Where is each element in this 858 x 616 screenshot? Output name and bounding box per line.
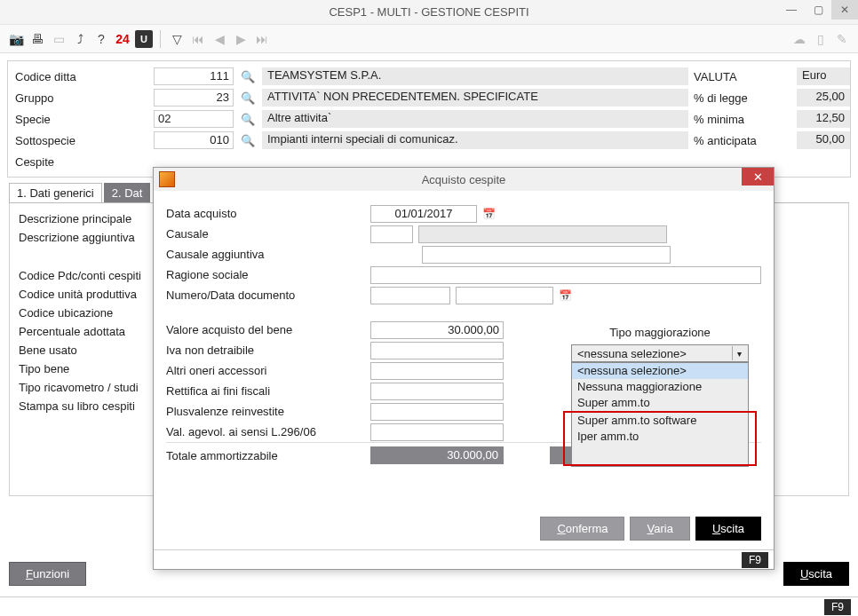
- causale-code-field[interactable]: [370, 225, 413, 243]
- iva-field[interactable]: [370, 342, 504, 359]
- filter-icon[interactable]: ▽: [168, 30, 186, 48]
- sottospecie-label: Sottospecie: [15, 134, 148, 147]
- conferma-button[interactable]: Conferma: [540, 517, 624, 541]
- pct-min-value: 12,50: [797, 110, 850, 128]
- funzioni-label: unzioni: [33, 567, 69, 580]
- f9-badge-modal: F9: [742, 552, 768, 568]
- last-icon[interactable]: ⏭: [253, 30, 271, 48]
- codice-ditta-label: Codice ditta: [15, 70, 148, 83]
- pct-ant-label: % anticipata: [694, 134, 791, 147]
- tab-dati-generici[interactable]: 1. Dati generici: [9, 183, 102, 202]
- modal-button-bar: Conferma Varia Uscita: [154, 508, 774, 549]
- next-icon[interactable]: ▶: [232, 30, 250, 48]
- plusvalenze-label: Plusvalenze reinvestite: [166, 405, 370, 418]
- gruppo-search-icon[interactable]: 🔍: [239, 91, 257, 105]
- causale-label: Causale: [166, 227, 370, 241]
- maximize-button[interactable]: ▢: [805, 0, 831, 20]
- tab-dati-2[interactable]: 2. Dat: [104, 183, 151, 202]
- cespite-label: Cespite: [15, 155, 148, 169]
- minimize-button[interactable]: —: [778, 0, 805, 20]
- rettifica-field[interactable]: [370, 383, 504, 400]
- uscita-button-main[interactable]: Uscita: [783, 562, 849, 586]
- iva-label: Iva non detraibile: [166, 344, 370, 357]
- specie-search-icon[interactable]: 🔍: [239, 113, 257, 126]
- sottospecie-search-icon[interactable]: 🔍: [239, 134, 257, 147]
- folder-icon[interactable]: ▭: [50, 30, 68, 48]
- gruppo-desc: ATTIVITA` NON PRECEDENTEMEN. SPECIFICATE: [262, 89, 688, 107]
- dd-opt-super-ammto-sw[interactable]: Super amm.to software: [572, 413, 748, 429]
- conferma-label: onferma: [566, 522, 608, 535]
- specie-label: Specie: [15, 113, 148, 126]
- tipo-magg-selected: <nessuna selezione>: [577, 347, 687, 360]
- undo-icon[interactable]: U: [135, 30, 153, 48]
- data-doc-field[interactable]: [456, 287, 553, 304]
- valuta-value: Euro: [797, 67, 850, 85]
- window-title: CESP1 - MULTI - GESTIONE CESPITI: [0, 5, 858, 19]
- dd-opt-nessuna-selezione[interactable]: <nessuna selezione>: [572, 363, 748, 379]
- header-panel: Codice ditta 111 🔍 TEAMSYSTEM S.P.A. VAL…: [7, 60, 851, 178]
- numero-doc-field[interactable]: [370, 287, 450, 304]
- upload-icon[interactable]: ⤴: [71, 30, 89, 48]
- tipo-magg-combo[interactable]: <nessuna selezione> ▾: [571, 344, 749, 362]
- app24-icon[interactable]: 24: [114, 30, 131, 48]
- uscita-button[interactable]: Uscita: [695, 517, 761, 541]
- ragione-sociale-field[interactable]: [370, 266, 761, 284]
- page-icon[interactable]: ▯: [812, 30, 830, 48]
- codice-ditta-desc: TEAMSYSTEM S.P.A.: [262, 67, 688, 85]
- varia-button[interactable]: Varia: [630, 517, 689, 541]
- close-button[interactable]: ✕: [831, 0, 858, 20]
- print-icon[interactable]: 🖶: [28, 30, 46, 48]
- gruppo-label: Gruppo: [15, 91, 148, 105]
- causale-agg-field[interactable]: [422, 246, 671, 264]
- pct-ant-value: 50,00: [797, 131, 850, 149]
- specie-value[interactable]: 02: [154, 110, 234, 128]
- oneri-label: Altri oneri accessori: [166, 364, 370, 377]
- dd-opt-nessuna-magg[interactable]: Nessuna maggiorazione: [572, 379, 748, 395]
- pct-legge-value: 25,00: [797, 89, 850, 107]
- val-agev-field[interactable]: [370, 423, 504, 441]
- codice-ditta-value[interactable]: 111: [154, 67, 234, 85]
- codice-ditta-search-icon[interactable]: 🔍: [239, 70, 257, 83]
- tipo-magg-block: Tipo maggiorazione <nessuna selezione> ▾…: [571, 326, 749, 467]
- camera-icon[interactable]: 📷: [7, 30, 25, 48]
- edit-icon[interactable]: ✎: [833, 30, 851, 48]
- data-acquisto-field[interactable]: 01/01/2017: [370, 205, 477, 223]
- calendar-icon-2[interactable]: 📅: [559, 289, 572, 302]
- pct-min-label: % minima: [694, 113, 791, 126]
- main-titlebar: CESP1 - MULTI - GESTIONE CESPITI — ▢ ✕: [0, 0, 858, 25]
- funzioni-button[interactable]: Funzioni: [9, 562, 86, 586]
- causale-agg-label: Causale aggiuntiva: [166, 248, 370, 261]
- f9-badge-main: F9: [824, 599, 851, 615]
- dd-opt-super-ammto[interactable]: Super amm.to: [572, 395, 748, 411]
- pct-legge-label: % di legge: [694, 91, 791, 105]
- uscita-label-main: scita: [808, 567, 832, 580]
- help-icon[interactable]: ?: [92, 30, 110, 48]
- chevron-down-icon: ▾: [732, 346, 746, 360]
- plusvalenze-field[interactable]: [370, 403, 504, 421]
- uscita-label: scita: [720, 522, 744, 535]
- calendar-icon[interactable]: 📅: [482, 208, 496, 220]
- ragione-sociale-label: Ragione sociale: [166, 268, 370, 281]
- sottospecie-value[interactable]: 010: [154, 131, 234, 149]
- valore-acq-label: Valore acquisto del bene: [166, 323, 370, 336]
- tipo-magg-label: Tipo maggiorazione: [571, 326, 749, 339]
- gruppo-value[interactable]: 23: [154, 89, 234, 107]
- val-agev-label: Val. agevol. ai sensi L.296/06: [166, 425, 370, 438]
- prev-icon[interactable]: ◀: [211, 30, 228, 48]
- valore-acq-field[interactable]: 30.000,00: [370, 321, 504, 339]
- dd-opt-iper-ammto[interactable]: Iper amm.to: [572, 429, 748, 445]
- oneri-field[interactable]: [370, 362, 504, 380]
- modal-titlebar: Acquisto cespite ✕: [154, 168, 774, 191]
- tipo-magg-dropdown-list: <nessuna selezione> Nessuna maggiorazion…: [571, 362, 749, 467]
- statusbar: F9: [0, 596, 858, 616]
- specie-desc: Altre attivita`: [262, 110, 688, 128]
- valuta-label: VALUTA: [694, 70, 791, 83]
- acquisto-cespite-dialog: Acquisto cespite ✕ Data acquisto 01/01/2…: [153, 167, 775, 570]
- totale-label: Totale ammortizzabile: [166, 449, 370, 462]
- sottospecie-desc: Impianti interni speciali di comunicaz.: [262, 131, 688, 149]
- rettifica-label: Rettifica ai fini fiscali: [166, 384, 370, 398]
- cloud-icon[interactable]: ☁: [790, 30, 808, 48]
- causale-desc-field: [418, 225, 667, 243]
- first-icon[interactable]: ⏮: [189, 30, 207, 48]
- modal-close-button[interactable]: ✕: [742, 168, 774, 186]
